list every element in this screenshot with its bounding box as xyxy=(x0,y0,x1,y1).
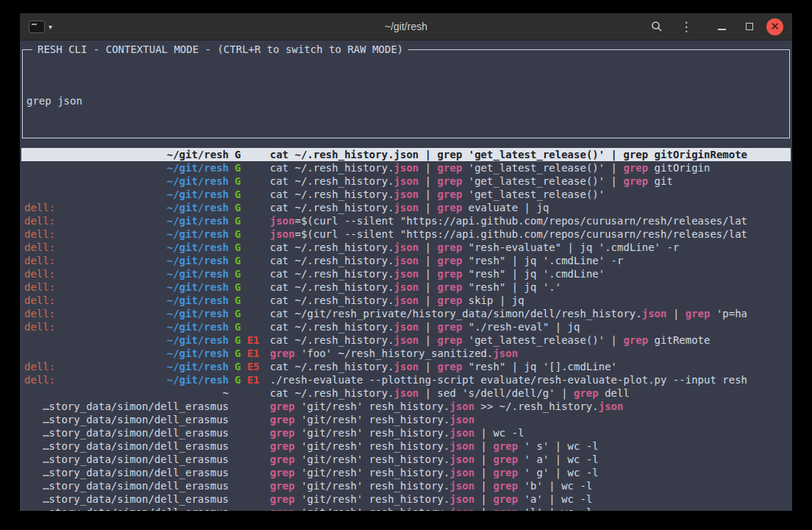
row-flags xyxy=(229,426,270,439)
row-command: grep 'git/resh' resh_history.json | wc -… xyxy=(270,426,791,439)
history-row[interactable]: dell:~/git/reshGcat ~/.resh_history.json… xyxy=(21,201,791,214)
row-command: cat ~/.resh_history.json | grep skip | j… xyxy=(270,294,791,307)
row-context: …story_data/simon/dell_erasmus xyxy=(24,506,229,511)
history-row[interactable]: …story_data/simon/dell_erasmusgrep 'git/… xyxy=(21,400,791,413)
history-row[interactable]: …story_data/simon/dell_erasmusgrep 'git/… xyxy=(21,479,791,492)
kebab-menu-icon: ⋮ xyxy=(680,21,693,33)
row-context: dell:~/git/resh xyxy=(24,360,229,373)
row-command: grep 'git/resh' resh_history.json >> ~/.… xyxy=(270,400,791,413)
row-directory: ~/git/resh xyxy=(167,148,229,161)
history-row[interactable]: dell:~/git/reshGcat ~/.resh_history.json… xyxy=(21,267,791,280)
row-context: dell:~/git/resh xyxy=(24,280,229,294)
history-row[interactable]: dell:~/git/reshGcat ~/.resh_history.json… xyxy=(21,241,791,254)
history-row[interactable]: dell:~/git/reshGcat ~/git/resh_private/h… xyxy=(21,307,791,320)
row-directory: …story_data/simon/dell_erasmus xyxy=(43,400,229,413)
chevron-down-icon[interactable]: ▾ xyxy=(49,23,52,31)
history-row[interactable]: ~/git/reshGcat ~/.resh_history.json | gr… xyxy=(21,161,791,174)
row-command: cat ~/.resh_history.json | grep 'get_lat… xyxy=(270,161,791,174)
row-flags xyxy=(229,439,270,453)
row-context: …story_data/simon/dell_erasmus xyxy=(24,466,229,479)
history-row[interactable]: ~/git/reshGcat ~/.resh_history.json | gr… xyxy=(21,174,791,188)
history-row[interactable]: …story_data/simon/dell_erasmusgrep 'git/… xyxy=(21,466,791,479)
row-command: grep 'git/resh' resh_history.json | grep… xyxy=(270,466,791,479)
row-host: dell: xyxy=(24,241,55,254)
row-directory: ~/git/resh xyxy=(167,227,229,241)
row-context: ~/git/resh xyxy=(24,174,229,188)
row-host: dell: xyxy=(24,360,55,373)
row-command: cat ~/.resh_history.json | grep "resh" |… xyxy=(270,254,791,267)
row-directory: …story_data/simon/dell_erasmus xyxy=(43,439,229,453)
history-row[interactable]: ~/git/reshGcat ~/.resh_history.json | gr… xyxy=(21,188,791,201)
row-directory: ~/git/resh xyxy=(167,333,229,347)
titlebar[interactable]: ▾ ~/git/resh ⋮ ✕ xyxy=(20,13,792,40)
row-flags: G xyxy=(229,227,270,241)
row-directory: …story_data/simon/dell_erasmus xyxy=(43,492,229,506)
close-icon: ✕ xyxy=(770,20,780,33)
row-command: cat ~/.resh_history.json | grep "resh" |… xyxy=(270,360,791,373)
history-row[interactable]: dell:~/git/reshG E1./resh-evaluate --plo… xyxy=(21,373,791,386)
row-command: grep 'foo' ~/resh_history_sanitized.json xyxy=(270,347,791,360)
row-directory: ~/git/resh xyxy=(167,267,229,280)
row-directory: ~/git/resh xyxy=(167,347,229,360)
row-directory: ~/git/resh xyxy=(167,241,229,254)
history-row[interactable]: dell:~/git/reshGcat ~/.resh_history.json… xyxy=(21,294,791,307)
row-context: dell:~/git/resh xyxy=(24,241,229,254)
search-query-input[interactable]: grep json xyxy=(26,94,785,107)
history-row[interactable]: …story_data/simon/dell_erasmusgrep 'git/… xyxy=(21,453,791,466)
history-row[interactable]: …story_data/simon/dell_erasmusgrep 'git/… xyxy=(21,439,791,453)
history-row[interactable]: dell:~/git/reshGcat ~/.resh_history.json… xyxy=(21,320,791,333)
minimize-button[interactable] xyxy=(710,15,733,38)
row-flags xyxy=(229,466,270,479)
row-context: …story_data/simon/dell_erasmus xyxy=(24,439,229,453)
row-context: dell:~/git/resh xyxy=(24,201,229,214)
row-context: dell:~/git/resh xyxy=(24,320,229,333)
history-row[interactable]: ~/git/reshG E1cat ~/.resh_history.json |… xyxy=(21,333,791,347)
row-command: grep 'git/resh' resh_history.json | grep… xyxy=(270,439,791,453)
row-flags: G E1 xyxy=(229,347,270,360)
row-flags: G xyxy=(229,320,270,333)
row-context: dell:~/git/resh xyxy=(24,227,229,241)
terminal-tab-icon[interactable] xyxy=(29,21,45,33)
history-row[interactable]: dell:~/git/reshGjson=$(curl --silent "ht… xyxy=(21,214,791,227)
row-directory: …story_data/simon/dell_erasmus xyxy=(43,479,229,492)
row-context: dell:~/git/resh xyxy=(24,294,229,307)
row-command: grep 'git/resh' resh_history.json | grep… xyxy=(270,453,791,466)
row-flags xyxy=(229,492,270,506)
search-button[interactable] xyxy=(646,15,668,38)
row-context: ~/git/resh xyxy=(24,188,229,201)
history-row[interactable]: …story_data/simon/dell_erasmusgrep 'git/… xyxy=(21,426,791,439)
row-context: …story_data/simon/dell_erasmus xyxy=(24,492,229,506)
row-host: dell: xyxy=(24,201,55,214)
row-flags: G E1 xyxy=(229,373,270,386)
row-context: ~/git/resh xyxy=(24,161,229,174)
history-row[interactable]: ~/git/reshG E1grep 'foo' ~/resh_history_… xyxy=(21,347,791,360)
close-button[interactable]: ✕ xyxy=(766,18,783,35)
row-host: dell: xyxy=(24,307,55,320)
row-directory: ~/git/resh xyxy=(167,307,229,320)
restore-button[interactable] xyxy=(738,15,761,38)
row-flags xyxy=(229,413,270,426)
history-row[interactable]: dell:~/git/reshGcat ~/.resh_history.json… xyxy=(21,254,791,267)
history-row[interactable]: dell:~/git/reshGjson=$(curl --silent "ht… xyxy=(21,227,791,241)
row-flags: G xyxy=(229,307,270,320)
row-context: …story_data/simon/dell_erasmus xyxy=(24,426,229,439)
row-context: ~/git/resh xyxy=(24,347,229,360)
row-context: dell:~/git/resh xyxy=(24,254,229,267)
history-row[interactable]: ~cat ~/.resh_history.json | sed 's/dell/… xyxy=(21,386,791,400)
row-context: …story_data/simon/dell_erasmus xyxy=(24,479,229,492)
row-command: cat ~/.resh_history.json | grep evaluate… xyxy=(270,201,791,214)
row-command: ./resh-evaluate --plotting-script evalua… xyxy=(270,373,791,386)
menu-button[interactable]: ⋮ xyxy=(675,15,697,38)
restore-icon xyxy=(746,23,753,30)
row-command: cat ~/.resh_history.json | grep 'get_lat… xyxy=(270,174,791,188)
history-row[interactable]: dell:~/git/reshG E5cat ~/.resh_history.j… xyxy=(21,360,791,373)
history-row[interactable]: ~/git/reshGcat ~/.resh_history.json | gr… xyxy=(21,148,791,161)
history-row[interactable]: …story_data/simon/dell_erasmusgrep 'git/… xyxy=(21,492,791,506)
history-row[interactable]: …story_data/simon/dell_erasmusgrep 'git/… xyxy=(21,413,791,426)
history-row[interactable]: dell:~/git/reshGcat ~/.resh_history.json… xyxy=(21,280,791,294)
row-directory: …story_data/simon/dell_erasmus xyxy=(43,506,229,511)
row-flags: G E1 xyxy=(229,333,270,347)
row-context: dell:~/git/resh xyxy=(24,373,229,386)
history-row[interactable]: …story_data/simon/dell_erasmusgrep 'git/… xyxy=(21,506,791,511)
row-flags xyxy=(229,479,270,492)
